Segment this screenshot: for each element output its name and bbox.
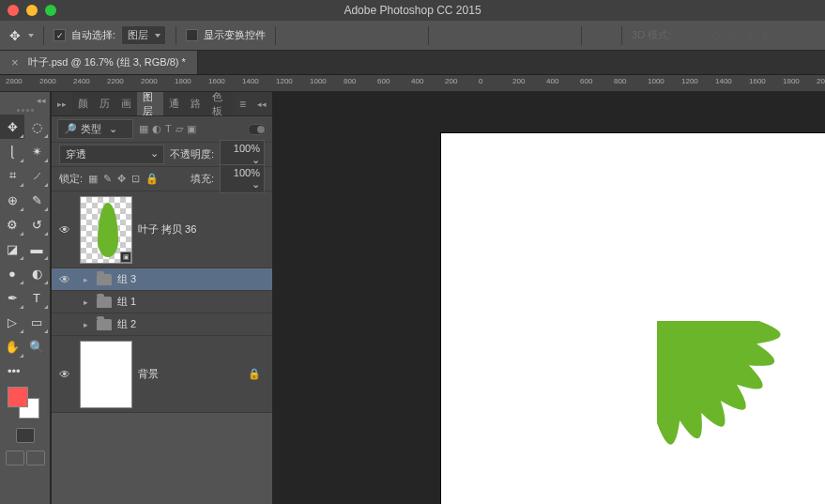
ruler-tick: 1000 bbox=[310, 77, 327, 85]
screen-mode-standard-icon[interactable] bbox=[6, 451, 24, 466]
hand-tool[interactable]: ✋ bbox=[0, 334, 24, 359]
shape-tool[interactable]: ▭ bbox=[24, 310, 49, 334]
panel-tab-paths[interactable]: 路 bbox=[185, 92, 206, 115]
layer-thumbnail[interactable]: ▣ bbox=[80, 196, 132, 264]
foreground-color-swatch[interactable] bbox=[8, 387, 28, 407]
layer-name[interactable]: 背景 bbox=[138, 367, 159, 381]
roll-3d-icon[interactable]: ◎ bbox=[694, 28, 705, 43]
filter-toggle[interactable] bbox=[248, 124, 267, 135]
gradient-tool[interactable]: ▬ bbox=[24, 237, 49, 261]
distribute-left-icon[interactable]: ⫴ bbox=[506, 25, 527, 46]
align-right-icon[interactable]: ⊣ bbox=[398, 25, 419, 46]
lock-artboard-icon[interactable]: ⊡ bbox=[131, 173, 140, 185]
layer-name[interactable]: 组 2 bbox=[117, 317, 136, 331]
type-tool[interactable]: T bbox=[24, 285, 49, 310]
auto-align-icon[interactable]: ⊞ bbox=[591, 25, 612, 46]
filter-type-icon[interactable]: T bbox=[165, 123, 172, 135]
zoom-tool[interactable]: 🔍 bbox=[24, 334, 49, 359]
filter-adjust-icon[interactable]: ◐ bbox=[152, 123, 161, 135]
distribute-hcenter-icon[interactable]: ⫴ bbox=[528, 25, 549, 46]
layer-row[interactable]: 👁 ▸ 组 3 bbox=[52, 268, 272, 291]
panel-tab-layers[interactable]: 图层 bbox=[137, 92, 163, 115]
collapse-right-icon[interactable]: ◂◂ bbox=[252, 92, 272, 115]
move-tool[interactable]: ✥ bbox=[0, 115, 24, 139]
zoom-3d-icon[interactable]: ◉ bbox=[744, 28, 756, 43]
fill-input[interactable]: 100% ⌄ bbox=[220, 164, 265, 193]
pen-tool[interactable]: ✒ bbox=[0, 285, 24, 310]
collapse-tools-icon[interactable]: ◂◂ bbox=[0, 96, 50, 105]
layer-name[interactable]: 叶子 拷贝 36 bbox=[138, 222, 196, 237]
lasso-tool[interactable]: ɭ bbox=[0, 139, 24, 163]
show-transform-checkbox[interactable] bbox=[186, 29, 198, 41]
visibility-toggle[interactable]: 👁 bbox=[55, 223, 74, 237]
brush-tool[interactable]: ✎ bbox=[24, 188, 49, 212]
collapse-panel-icon[interactable]: ▸▸ bbox=[52, 92, 72, 115]
expand-group-icon[interactable]: ▸ bbox=[80, 275, 91, 284]
blend-mode-select[interactable]: 穿透⌄ bbox=[59, 145, 164, 164]
panel-tab-brush[interactable]: 画 bbox=[115, 92, 137, 115]
align-left-icon[interactable]: ⊢ bbox=[353, 25, 374, 46]
auto-select-checkbox[interactable] bbox=[53, 29, 66, 41]
healing-tool[interactable]: ⊕ bbox=[0, 188, 24, 212]
canvas[interactable] bbox=[441, 133, 825, 504]
tool-preset-picker[interactable] bbox=[9, 28, 34, 43]
doc-close-button[interactable]: × bbox=[11, 55, 19, 69]
window-minimize-icon[interactable] bbox=[26, 5, 38, 16]
visibility-toggle[interactable]: 👁 bbox=[55, 368, 74, 381]
expand-group-icon[interactable]: ▸ bbox=[80, 298, 91, 307]
lock-transparency-icon[interactable]: ▦ bbox=[88, 173, 98, 185]
lock-all-icon[interactable]: 🔒 bbox=[145, 173, 159, 185]
eyedropper-tool[interactable]: ⟋ bbox=[24, 163, 49, 188]
visibility-toggle[interactable]: 👁 bbox=[55, 273, 74, 286]
stamp-tool[interactable]: ⚙ bbox=[0, 212, 24, 237]
blur-tool[interactable]: ● bbox=[0, 261, 24, 285]
panel-menu-icon[interactable]: ≡ bbox=[234, 92, 252, 115]
panel-tab-channels[interactable]: 通 bbox=[163, 92, 185, 115]
pan-3d-icon[interactable]: ✥ bbox=[710, 28, 722, 43]
history-brush-tool[interactable]: ↺ bbox=[24, 212, 49, 237]
marquee-tool[interactable]: ◌ bbox=[24, 115, 49, 139]
align-hcenter-icon[interactable]: ≡ bbox=[375, 25, 396, 46]
magic-wand-tool[interactable]: ✴ bbox=[24, 139, 49, 163]
filter-smart-icon[interactable]: ▣ bbox=[187, 123, 196, 135]
align-bottom-icon[interactable]: ⊥ bbox=[330, 25, 351, 46]
panel-grip-icon[interactable] bbox=[0, 105, 50, 115]
panel-tab-color[interactable]: 颜 bbox=[72, 92, 94, 115]
path-select-tool[interactable]: ▷ bbox=[0, 310, 24, 334]
document-tab[interactable]: × 叶子.psd @ 16.7% (组 3, RGB/8) * bbox=[0, 51, 198, 74]
expand-group-icon[interactable]: ▸ bbox=[80, 320, 91, 329]
layer-row[interactable]: 👁 ▣ 叶子 拷贝 36 bbox=[52, 191, 272, 268]
layer-thumbnail[interactable] bbox=[80, 341, 132, 408]
orbit-3d-icon[interactable]: ⟲ bbox=[677, 28, 688, 43]
distribute-right-icon[interactable]: ⫴ bbox=[551, 25, 572, 46]
window-close-icon[interactable] bbox=[8, 5, 19, 16]
panel-tab-swatches[interactable]: 色板 bbox=[206, 92, 233, 115]
filter-kind-select[interactable]: 🔎 类型 ⌄ bbox=[57, 119, 133, 139]
panel-tab-history[interactable]: 历 bbox=[94, 92, 115, 115]
layer-name[interactable]: 组 3 bbox=[117, 272, 136, 286]
distribute-bottom-icon[interactable]: ⫴ bbox=[483, 25, 504, 46]
filter-shape-icon[interactable]: ▱ bbox=[176, 123, 183, 135]
eraser-tool[interactable]: ◪ bbox=[0, 237, 24, 261]
auto-select-target[interactable]: 图层 bbox=[121, 25, 166, 45]
distribute-vcenter-icon[interactable]: ⫴ bbox=[461, 25, 481, 46]
layer-row[interactable]: 👁 背景 🔒 bbox=[52, 336, 272, 413]
lock-position-icon[interactable]: ✥ bbox=[117, 173, 126, 185]
layer-row[interactable]: ▸ 组 1 bbox=[52, 291, 272, 313]
screen-mode-full-icon[interactable] bbox=[26, 451, 45, 466]
layer-row[interactable]: ▸ 组 2 bbox=[52, 313, 272, 336]
align-vcenter-icon[interactable]: ≡ bbox=[308, 25, 328, 46]
canvas-area[interactable] bbox=[272, 92, 825, 504]
camera-3d-icon[interactable]: ▮◂ bbox=[761, 28, 775, 43]
lock-pixels-icon[interactable]: ✎ bbox=[103, 173, 112, 185]
quick-mask-icon[interactable] bbox=[16, 428, 35, 443]
distribute-top-icon[interactable]: ⫴ bbox=[438, 25, 459, 46]
crop-tool[interactable]: ⌗ bbox=[0, 163, 24, 188]
window-zoom-icon[interactable] bbox=[45, 5, 56, 16]
filter-image-icon[interactable]: ▦ bbox=[139, 123, 148, 135]
edit-toolbar-button[interactable]: ••• bbox=[0, 359, 50, 383]
align-top-icon[interactable]: ⊤ bbox=[285, 25, 306, 46]
slide-3d-icon[interactable]: ❋ bbox=[727, 28, 739, 43]
dodge-tool[interactable]: ◐ bbox=[24, 261, 49, 285]
layer-name[interactable]: 组 1 bbox=[117, 295, 136, 309]
